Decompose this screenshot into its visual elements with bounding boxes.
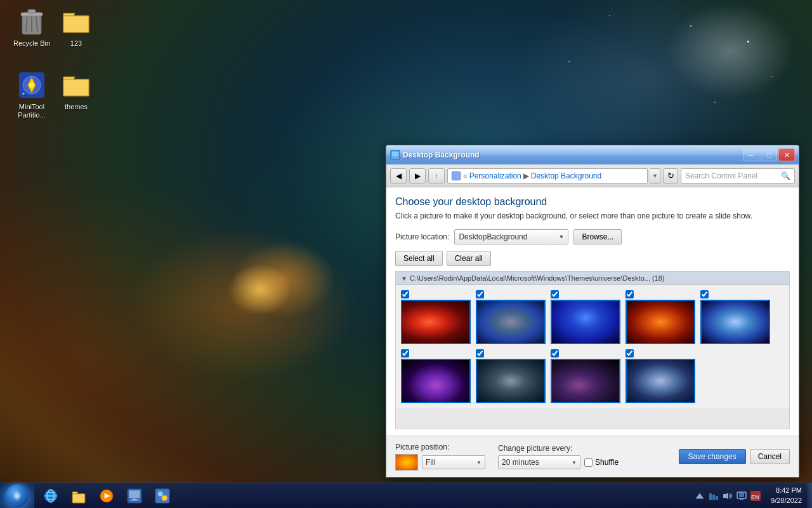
svg-rect-2 bbox=[28, 10, 36, 13]
image-item-9[interactable] bbox=[625, 349, 695, 403]
start-button[interactable] bbox=[0, 483, 34, 509]
browse-button[interactable]: Browse... bbox=[573, 229, 622, 244]
image-thumb-4 bbox=[625, 300, 695, 344]
recycle-bin-icon bbox=[16, 6, 47, 37]
svg-marker-37 bbox=[723, 493, 728, 499]
svg-rect-12 bbox=[63, 79, 89, 96]
desktop-icon-recycle-bin[interactable]: Recycle Bin bbox=[6, 6, 57, 48]
window-content: Choose your desktop background Click a p… bbox=[386, 187, 799, 477]
page-title: Choose your desktop background bbox=[395, 196, 790, 208]
address-dropdown-arrow[interactable]: ▼ bbox=[650, 168, 660, 184]
image-item-5[interactable] bbox=[700, 290, 770, 344]
image-item-7[interactable] bbox=[476, 349, 546, 403]
picture-location-dropdown[interactable]: DesktopBackground ▼ bbox=[454, 229, 568, 244]
tray-icon-volume[interactable] bbox=[723, 491, 733, 501]
svg-rect-35 bbox=[712, 495, 715, 500]
breadcrumb-separator: ▶ bbox=[523, 171, 529, 180]
change-picture-group: Change picture every: 20 minutes ▼ Shuff… bbox=[498, 444, 619, 469]
picture-location-label: Picture location: bbox=[395, 232, 449, 241]
taskbar-tray: EN bbox=[690, 483, 766, 508]
shuffle-checkbox[interactable] bbox=[584, 458, 593, 467]
back-button[interactable]: ◀ bbox=[390, 168, 407, 184]
image-item-8[interactable] bbox=[551, 349, 620, 403]
picture-location-value: DesktopBackground bbox=[459, 232, 527, 241]
svg-rect-36 bbox=[716, 496, 718, 500]
image-thumb-2 bbox=[476, 300, 546, 344]
tray-icon-language[interactable]: EN bbox=[750, 491, 761, 501]
image-grid bbox=[396, 285, 789, 408]
change-picture-value: 20 minutes bbox=[502, 458, 539, 467]
folder-123-label: 123 bbox=[70, 39, 82, 48]
taskbar-item-control-panel[interactable] bbox=[150, 485, 175, 507]
change-picture-dropdown[interactable]: 20 minutes ▼ bbox=[498, 455, 580, 469]
maximize-button[interactable]: □ bbox=[761, 149, 777, 161]
taskbar-item-explorer[interactable] bbox=[66, 485, 91, 507]
image-item-1[interactable] bbox=[401, 290, 471, 344]
svg-point-32 bbox=[162, 495, 167, 500]
picture-location-row: Picture location: DesktopBackground ▼ Br… bbox=[395, 229, 790, 244]
clock-time: 8:42 PM bbox=[771, 486, 802, 495]
themes-label: themes bbox=[65, 103, 88, 111]
svg-point-19 bbox=[15, 494, 19, 498]
breadcrumb-desktop-bg[interactable]: Desktop Background bbox=[531, 171, 601, 180]
image-item-6[interactable] bbox=[401, 349, 471, 403]
svg-rect-39 bbox=[739, 493, 744, 497]
image-item-3[interactable] bbox=[551, 290, 620, 344]
show-desktop-button[interactable] bbox=[807, 483, 812, 509]
picture-position-group: Picture position: Fill ▼ bbox=[395, 443, 485, 471]
address-path[interactable]: « Personalization ▶ Desktop Background bbox=[447, 168, 648, 184]
image-checkbox-6[interactable] bbox=[401, 349, 409, 358]
image-item-2[interactable] bbox=[476, 290, 546, 344]
image-checkbox-5[interactable] bbox=[700, 290, 709, 298]
start-orb-icon bbox=[6, 485, 29, 507]
shuffle-label[interactable]: Shuffle bbox=[584, 458, 619, 467]
change-picture-label: Change picture every: bbox=[498, 444, 619, 453]
tray-icon-network[interactable] bbox=[709, 491, 719, 501]
clear-all-button[interactable]: Clear all bbox=[447, 251, 491, 266]
image-thumb-3 bbox=[551, 300, 620, 344]
breadcrumb-sep1: « bbox=[463, 171, 468, 180]
shuffle-text: Shuffle bbox=[595, 458, 619, 467]
forward-button[interactable]: ▶ bbox=[409, 168, 426, 184]
svg-rect-6 bbox=[63, 16, 89, 32]
clock[interactable]: 8:42 PM 9/28/2022 bbox=[766, 486, 807, 505]
svg-marker-33 bbox=[696, 493, 704, 498]
image-item-4[interactable] bbox=[625, 290, 695, 344]
cancel-button[interactable]: Cancel bbox=[750, 449, 790, 464]
tray-icon-display[interactable] bbox=[737, 491, 747, 501]
image-checkbox-8[interactable] bbox=[551, 349, 559, 358]
minimize-button[interactable]: ─ bbox=[743, 149, 759, 161]
svg-rect-34 bbox=[709, 493, 712, 500]
image-grid-header: ▼ C:\Users\Rodin\AppData\Local\Microsoft… bbox=[396, 272, 789, 285]
image-checkbox-2[interactable] bbox=[476, 290, 484, 298]
breadcrumb-personalization[interactable]: Personalization bbox=[469, 171, 521, 180]
desktop-icon-folder-123[interactable]: 123 bbox=[51, 6, 102, 48]
search-box[interactable]: Search Control Panel 🔍 bbox=[681, 168, 795, 184]
close-button[interactable]: ✕ bbox=[778, 149, 795, 161]
minitool-label: MiniToolPartitio... bbox=[18, 103, 45, 119]
image-checkbox-4[interactable] bbox=[625, 290, 634, 298]
image-checkbox-7[interactable] bbox=[476, 349, 484, 358]
desktop-icon-minitool[interactable]: ★ MiniToolPartitio... bbox=[6, 70, 57, 119]
image-checkbox-9[interactable] bbox=[625, 349, 634, 358]
taskbar-items bbox=[34, 483, 690, 508]
image-checkbox-1[interactable] bbox=[401, 290, 409, 298]
select-all-button[interactable]: Select all bbox=[395, 251, 443, 266]
clock-date: 9/28/2022 bbox=[771, 496, 802, 505]
grid-collapse-icon[interactable]: ▼ bbox=[401, 275, 407, 282]
bottom-controls: Picture position: Fill ▼ Change picture … bbox=[386, 436, 799, 477]
taskbar-item-network[interactable] bbox=[122, 485, 147, 507]
image-checkbox-3[interactable] bbox=[551, 290, 559, 298]
picture-position-dropdown[interactable]: Fill ▼ bbox=[422, 455, 485, 469]
taskbar-item-media[interactable] bbox=[94, 485, 119, 507]
refresh-button[interactable]: ↻ bbox=[663, 168, 678, 184]
desktop-icon-themes[interactable]: themes bbox=[51, 70, 102, 111]
save-changes-button[interactable]: Save changes bbox=[679, 449, 746, 464]
image-grid-container: ▼ C:\Users\Rodin\AppData\Local\Microsoft… bbox=[395, 271, 790, 429]
select-buttons-row: Select all Clear all bbox=[395, 251, 790, 266]
taskbar-item-ie[interactable] bbox=[38, 485, 63, 507]
tray-icon-arrow[interactable] bbox=[695, 491, 705, 501]
window-title-icon bbox=[390, 150, 400, 160]
dropdown-arrow-icon: ▼ bbox=[558, 234, 564, 240]
up-button[interactable]: ↑ bbox=[428, 168, 445, 184]
